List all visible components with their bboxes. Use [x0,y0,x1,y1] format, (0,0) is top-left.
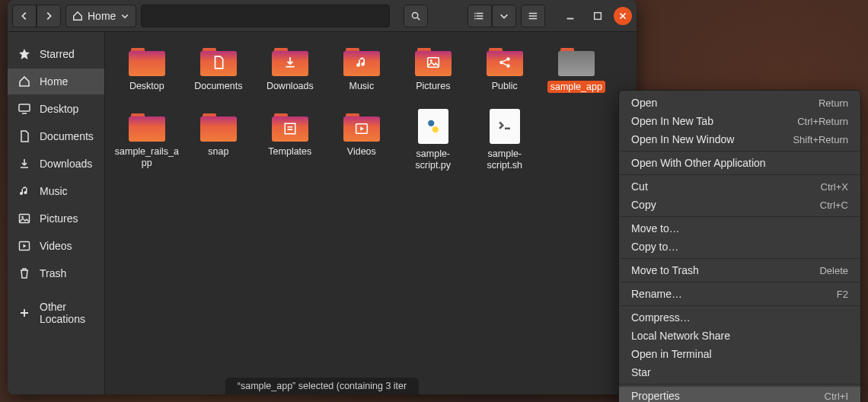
menu-item[interactable]: Rename…F2 [619,285,860,303]
file-icon [418,109,448,144]
sidebar-item-home[interactable]: Home [8,69,104,94]
sidebar-item-label: Starred [40,48,75,60]
file-item[interactable]: Public [471,43,539,96]
nav-history-group [12,5,61,27]
menu-separator [619,305,860,306]
menu-item-label: Move to Trash [631,264,699,276]
sidebar-item-desktop[interactable]: Desktop [8,96,104,122]
sidebar-item-label: Music [40,185,68,197]
sidebar-item-label: Videos [40,240,72,252]
menu-item-label: Properties [631,390,680,402]
menu-item[interactable]: Local Network Share [619,327,860,345]
file-item[interactable]: Music [327,43,396,96]
folder-icon [272,46,308,76]
menu-item[interactable]: Open With Other Application [619,154,860,172]
file-label: Pictures [416,81,450,91]
menu-separator [619,216,860,217]
file-item[interactable]: Desktop [113,43,181,96]
list-icon [474,11,485,21]
menu-item-label: Move to… [631,222,680,234]
menu-item-accel: Delete [819,265,848,276]
location-entry[interactable] [141,5,390,27]
menu-item[interactable]: Copy to… [619,238,860,256]
chevron-down-icon [120,11,129,21]
file-label: Public [492,81,518,91]
sidebar-item-music[interactable]: Music [8,178,104,204]
file-item[interactable]: sample-script.sh [471,108,539,174]
maximize-icon [592,11,603,21]
folder-icon [129,46,165,76]
menu-item[interactable]: CopyCtrl+C [619,196,860,214]
sidebar-item-other[interactable]: Other Locations [8,300,104,326]
close-icon [617,11,628,21]
file-item[interactable]: Videos [327,108,396,174]
sidebar-item-videos[interactable]: Videos [8,233,104,259]
menu-item[interactable]: Open In New WindowShift+Return [619,130,860,148]
star-icon [18,48,30,60]
sidebar-item-label: Desktop [40,103,78,115]
menu-item[interactable]: Compress… [619,308,860,327]
picture-icon [18,212,30,225]
menu-item[interactable]: OpenReturn [619,94,860,112]
places-sidebar: StarredHomeDesktopDocumentsDownloadsMusi… [8,32,105,394]
home-icon [72,11,83,21]
chevron-right-icon [43,11,54,21]
file-item[interactable]: sample_app [542,43,611,96]
menu-item[interactable]: Move to… [619,219,860,238]
sidebar-item-pictures[interactable]: Pictures [8,206,104,231]
sidebar-item-starred[interactable]: Starred [8,41,104,67]
menu-item[interactable]: Open In New TabCtrl+Return [619,112,860,130]
menu-item-label: Open In New Window [631,133,734,145]
home-icon [18,75,30,88]
down-icon [18,158,30,170]
file-label: sample_app [547,81,605,93]
file-item[interactable]: sample_rails_app [113,108,181,174]
file-label: Downloads [266,81,314,91]
menu-item-accel: Return [819,97,848,109]
menu-separator [619,258,860,259]
menu-item[interactable]: CutCtrl+X [619,177,860,196]
view-options-button[interactable] [492,5,516,27]
menu-item[interactable]: Star [619,363,860,381]
nav-back-button[interactable] [12,5,37,27]
file-item[interactable]: sample-script.py [399,108,468,174]
file-item[interactable]: Templates [256,108,324,174]
menu-item[interactable]: Move to TrashDelete [619,261,860,279]
sidebar-item-trash[interactable]: Trash [8,260,104,286]
path-bar[interactable]: Home [65,5,136,27]
window-close-button[interactable] [614,7,632,25]
file-label: Documents [194,81,242,91]
view-list-button[interactable] [468,5,492,27]
sidebar-item-label: Pictures [40,212,78,225]
window-minimize-button[interactable] [559,5,582,27]
minimize-icon [565,11,576,21]
icon-view[interactable]: DesktopDocumentsDownloadsMusicPicturesPu… [105,32,637,394]
doc-icon [18,130,30,142]
folder-icon [200,111,237,142]
menu-separator [619,282,860,282]
menu-item-accel: Ctrl+Return [797,116,848,127]
menu-item-label: Open With Other Application [631,157,766,169]
file-item[interactable]: Documents [184,43,253,96]
nav-forward-button[interactable] [37,5,61,27]
chevron-left-icon [19,11,30,21]
menu-item[interactable]: Open in Terminal [619,345,860,363]
term-icon [496,118,513,135]
menu-item-label: Star [631,366,651,378]
search-button[interactable] [404,5,428,27]
file-item[interactable]: Downloads [256,43,324,96]
file-item[interactable]: Pictures [399,43,468,96]
hamburger-menu-button[interactable] [521,5,545,27]
sidebar-item-label: Downloads [40,158,92,170]
file-label: snap [208,146,228,157]
status-bar: “sample_app” selected (containing 3 iter [225,378,419,394]
folder-icon [558,46,595,76]
window-maximize-button[interactable] [586,5,609,27]
file-label: Videos [347,146,376,157]
menu-item[interactable]: PropertiesCtrl+I [619,387,860,402]
sidebar-item-downloads[interactable]: Downloads [8,151,104,177]
sidebar-item-documents[interactable]: Documents [8,123,104,149]
video-icon [18,240,30,252]
menu-item-label: Cut [631,180,648,193]
file-item[interactable]: snap [184,108,253,174]
